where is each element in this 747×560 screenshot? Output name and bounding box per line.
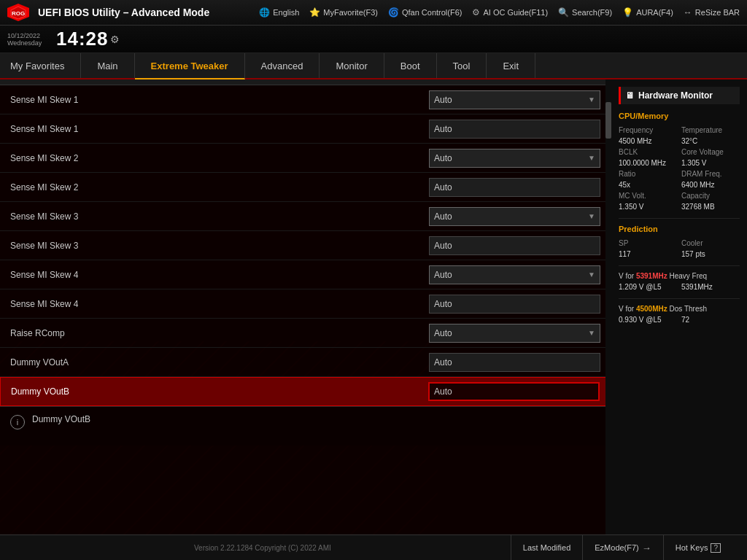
main-panel[interactable]: Sense MI Skew 1Auto▼Sense MI Skew 1AutoS… [0,79,611,534]
setting-value: Auto▼ [429,207,600,226]
ai-oc-btn[interactable]: ⚙ AI OC Guide(F11) [472,7,548,18]
dram-freq-value: 6400 MHz [681,181,740,189]
nav-advanced[interactable]: Advanced [245,53,320,78]
setting-label: Sense MI Skew 4 [10,299,429,309]
v-4500-values: 0.930 V @L5 72 [619,316,740,324]
setting-row[interactable]: Sense MI Skew 4Auto▼ [0,260,611,289]
capacity-value: 32768 MB [681,203,740,211]
value-box: Auto [429,120,600,139]
setting-label: Sense MI Skew 2 [10,182,429,192]
ratio-label: Ratio [619,170,677,178]
footer-buttons: Last Modified EzMode(F7) → Hot Keys ? [511,535,732,561]
nav-monitor[interactable]: Monitor [320,53,384,78]
setting-value: Auto▼ [429,149,600,168]
setting-row[interactable]: Sense MI Skew 1Auto [0,114,611,144]
resize-bar-btn[interactable]: ↔ ReSize BAR [684,7,740,18]
dropdown-box[interactable]: Auto▼ [429,149,600,168]
nav-main[interactable]: Main [81,53,134,78]
time-display: 14:28 [56,28,109,50]
setting-value: Auto▼ [429,324,600,343]
last-modified-btn[interactable]: Last Modified [511,535,582,561]
v-4500-freq: 4500MHz [636,305,667,313]
mc-volt-label: MC Volt. [619,192,677,200]
v-4500-row: V for 4500MHz Dos Thresh [619,305,740,313]
app-title: UEFI BIOS Utility – Advanced Mode [38,7,209,18]
v-4500-val: 0.930 V @L5 [619,316,677,324]
dropdown-arrow-icon: ▼ [588,329,595,337]
temp-value: 32°C [681,137,740,145]
value-box[interactable]: Auto [428,382,600,401]
setting-row[interactable]: Sense MI Skew 2Auto [0,173,611,202]
bclk-value: 100.0000 MHz [619,159,677,167]
dram-freq-label: DRAM Freq. [681,170,740,178]
cooler-label: Cooler [681,239,740,247]
favorite-icon: ⭐ [309,7,320,18]
setting-label: Dummy VOutB [11,386,428,397]
nav-boot[interactable]: Boot [384,53,437,78]
value-box: Auto [429,178,600,197]
info-bar: i Dummy VOutB [0,406,611,446]
setting-value: Auto [428,382,600,401]
setting-value: Auto [429,178,600,197]
qfan-btn[interactable]: 🌀 Qfan Control(F6) [388,7,462,18]
sp-value: 117 [619,250,677,258]
mc-volt-value: 1.350 V [619,203,677,211]
clock-settings-icon[interactable]: ⚙ [110,34,120,45]
dropdown-arrow-icon: ▼ [588,96,595,104]
dropdown-box[interactable]: Auto▼ [429,265,600,284]
info-text: Dummy VOutB [32,414,90,424]
version-text: Version 2.22.1284 Copyright (C) 2022 AMI [15,544,511,552]
heavy-freq-val: 5391MHz [681,283,740,291]
dropdown-box[interactable]: Auto▼ [429,207,600,226]
nav-tool[interactable]: Tool [437,53,487,78]
svg-text:ROG: ROG [12,10,25,17]
prediction-grid: SP Cooler 117 157 pts [619,239,740,258]
setting-value: Auto [429,236,600,255]
hw-monitor-panel: 🖥 Hardware Monitor CPU/Memory Frequency … [611,79,747,534]
header-nav: 🌐 English ⭐ MyFavorite(F3) 🌀 Qfan Contro… [259,7,740,18]
sub-header: 10/12/2022 Wednesday 14:28 ⚙ [0,26,747,53]
nav-my-favorites[interactable]: My Favorites [0,53,81,78]
setting-row[interactable]: Sense MI Skew 3Auto [0,231,611,260]
resize-icon: ↔ [684,7,692,18]
hot-keys-btn[interactable]: Hot Keys ? [663,535,732,561]
hw-monitor-title: 🖥 Hardware Monitor [619,87,740,104]
dropdown-arrow-icon: ▼ [588,154,595,162]
main-nav: My Favorites Main Extreme Tweaker Advanc… [0,53,747,79]
ez-mode-btn[interactable]: EzMode(F7) → [582,535,663,561]
nav-exit[interactable]: Exit [487,53,535,78]
my-favorite-btn[interactable]: ⭐ MyFavorite(F3) [309,7,378,18]
setting-value: Auto▼ [429,90,600,109]
cpu-memory-section: CPU/Memory [619,112,740,120]
setting-row[interactable]: Dummy VOutBAuto [0,377,611,406]
setting-row[interactable]: Sense MI Skew 2Auto▼ [0,144,611,173]
setting-label: Sense MI Skew 3 [10,241,429,251]
setting-label: Sense MI Skew 1 [10,124,429,134]
dropdown-box[interactable]: Auto▼ [429,324,600,343]
aura-icon: 💡 [622,7,633,18]
logo: ROG UEFI BIOS Utility – Advanced Mode [7,4,209,21]
v-5391-val: 1.209 V @L5 [619,283,677,291]
value-box: Auto [429,353,600,372]
v-5391-values: 1.209 V @L5 5391MHz [619,283,740,291]
language-selector[interactable]: 🌐 English [259,7,299,18]
cooler-value: 157 pts [681,250,740,258]
capacity-label: Capacity [681,192,740,200]
setting-row[interactable]: Raise RCompAuto▼ [0,319,611,348]
header-bar: ROG UEFI BIOS Utility – Advanced Mode 🌐 … [0,0,747,26]
language-icon: 🌐 [259,7,270,18]
setting-row[interactable]: Sense MI Skew 1Auto▼ [0,85,611,114]
search-btn[interactable]: 🔍 Search(F9) [558,7,612,18]
setting-value: Auto [429,120,600,139]
temp-label: Temperature [681,126,740,134]
aura-btn[interactable]: 💡 AURA(F4) [622,7,673,18]
setting-row[interactable]: Sense MI Skew 3Auto▼ [0,202,611,231]
nav-extreme-tweaker[interactable]: Extreme Tweaker [135,53,245,79]
setting-row[interactable]: Dummy VOutAAuto [0,348,611,377]
footer: Version 2.22.1284 Copyright (C) 2022 AMI… [0,534,747,560]
help-icon: ? [711,543,721,553]
dropdown-box[interactable]: Auto▼ [429,90,600,109]
search-icon: 🔍 [558,7,569,18]
setting-row[interactable]: Sense MI Skew 4Auto [0,289,611,319]
value-box: Auto [429,295,600,314]
